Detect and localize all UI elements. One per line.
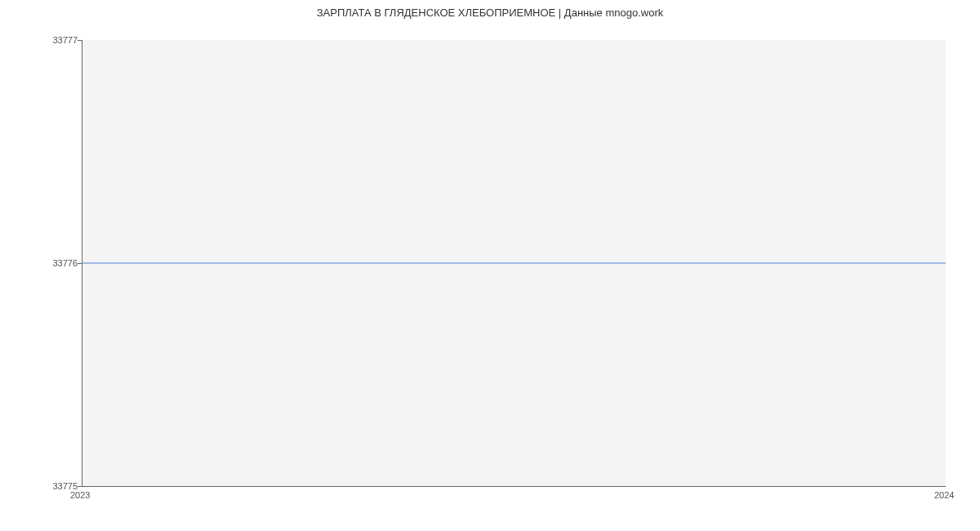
chart-title: ЗАРПЛАТА В ГЛЯДЕНСКОЕ ХЛЕБОПРИЕМНОЕ | Да… — [0, 7, 980, 19]
chart-container: ЗАРПЛАТА В ГЛЯДЕНСКОЕ ХЛЕБОПРИЕМНОЕ | Да… — [0, 0, 980, 531]
y-tick-mark — [78, 486, 82, 487]
y-tick-mark — [78, 263, 82, 264]
y-tick-mark — [78, 40, 82, 41]
x-axis-tick-label: 2023 — [70, 490, 90, 500]
y-axis-tick-label: 33777 — [52, 35, 78, 45]
data-line — [82, 263, 946, 264]
x-axis-tick-label: 2024 — [934, 490, 954, 500]
y-axis-tick-label: 33776 — [52, 258, 78, 268]
plot-area — [82, 40, 946, 487]
